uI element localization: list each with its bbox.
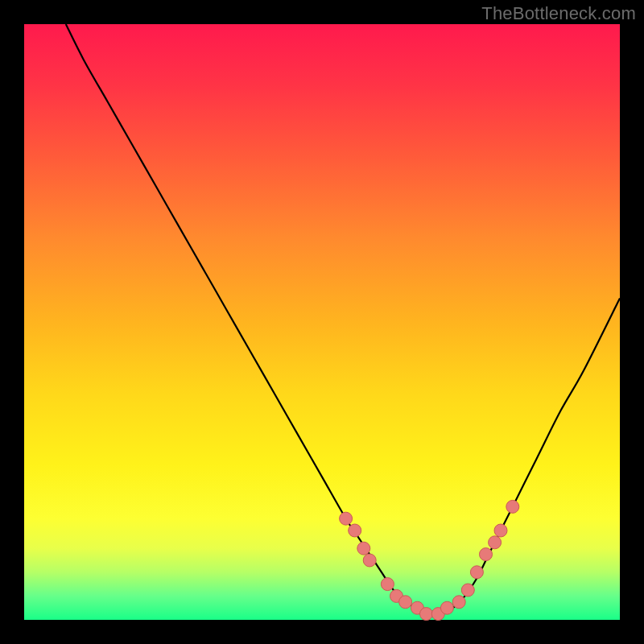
curve-dot (480, 548, 493, 561)
curve-dot (489, 536, 502, 549)
curve-dot (349, 524, 361, 537)
chart-svg (24, 24, 620, 620)
curve-dot (399, 596, 412, 609)
watermark-text: TheBottleneck.com (481, 3, 636, 24)
curve-dots (340, 500, 519, 620)
plot-area (24, 24, 620, 620)
curve-dot (470, 566, 483, 579)
bottleneck-curve (66, 24, 620, 615)
curve-dot (506, 500, 519, 513)
curve-dot (461, 584, 474, 597)
curve-dot (494, 524, 507, 537)
chart-frame: TheBottleneck.com (0, 0, 644, 644)
curve-dot (357, 542, 370, 555)
curve-dot (363, 554, 376, 567)
curve-dot (452, 596, 465, 609)
curve-dot (381, 578, 394, 591)
curve-dot (340, 512, 353, 525)
curve-dot (440, 601, 453, 614)
curve-dot (420, 608, 433, 621)
